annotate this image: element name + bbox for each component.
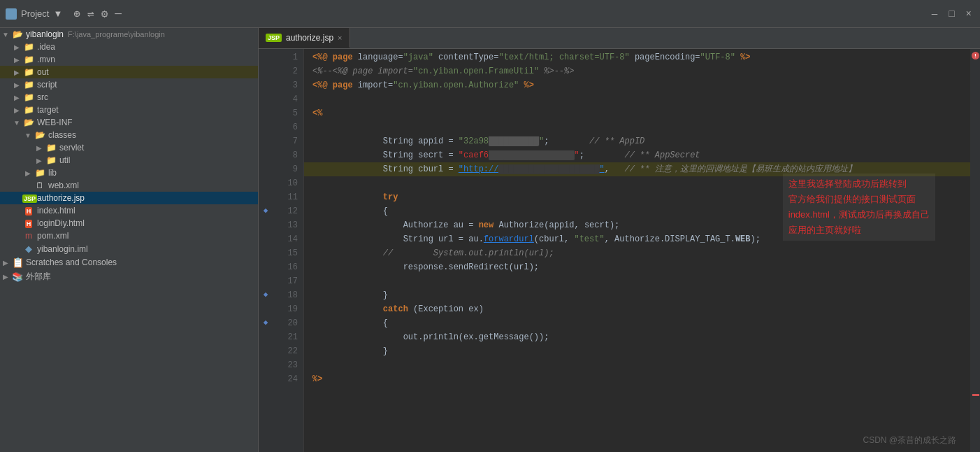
gutter-empty [259,133,273,147]
folder-icon: 📁 [22,42,35,52]
code-line-1: <%@ page language="java" contentType="te… [304,50,970,64]
gutter-empty [259,273,273,287]
line-numbers: 1 2 3 4 5 6 7 8 9 10 11 12 13 14 15 16 1… [273,49,304,452]
external-libs-label: 外部库 [26,271,51,283]
gutter-empty [259,49,273,63]
title-bar: Project ▼ ⊕ ⇌ ⚙ — — □ × [0,0,980,28]
code-line-17 [304,274,970,288]
callout-annotation: 这里我选择登陆成功后跳转到 官方给我们提供的接口测试页面 index.html，… [783,174,935,241]
html-file-icon: H [22,206,35,216]
webxml-label: web.xml [48,181,79,190]
sidebar-item-lib[interactable]: ▶ 📁 lib [0,167,258,179]
main-area: ▼ 📂 yibanlogin F:\java_programe\yibanlog… [0,28,980,452]
iml-label: yibanlogin.iml [37,244,88,254]
code-line-6 [304,120,970,134]
gutter-empty [259,217,273,231]
iml-file-icon: ◆ [22,243,35,254]
target-label: target [37,105,59,115]
src-label: src [37,92,48,102]
sidebar-item-webinf[interactable]: ▼ 📂 WEB-INF [0,116,258,129]
code-line-3: <%@ page import="cn.yiban.open.Authorize… [304,78,970,92]
webinf-label: WEB-INF [37,118,73,127]
ln-22: 22 [273,344,298,358]
sidebar-item-pomxml[interactable]: ▶ m pom.xml [0,229,258,242]
gutter-empty [259,119,273,133]
gutter-empty [259,245,273,259]
ln-6: 6 [273,120,298,134]
scratches-label: Scratches and Consoles [26,257,117,267]
ln-14: 14 [273,232,298,246]
minimize-panel-icon[interactable]: — [115,8,122,20]
folder-icon-src: 📁 [22,92,35,102]
code-line-23 [304,358,970,372]
maximize-button[interactable]: □ [946,8,957,20]
ln-17: 17 [273,274,298,288]
sidebar-item-script[interactable]: ▶ 📁 script [0,78,258,91]
ln-11: 11 [273,190,298,204]
sidebar-item-classes[interactable]: ▼ 📂 classes [0,129,258,141]
ln-2: 2 [273,64,298,78]
callout-line-3: index.html，测试成功后再换成自己 [788,207,930,223]
folder-icon-out: 📁 [22,67,35,77]
tab-close-button[interactable]: × [338,34,342,42]
ln-4: 4 [273,92,298,106]
idea-label: .idea [37,42,55,52]
title-bar-icons: ⊕ ⇌ ⚙ — [73,7,122,21]
ln-21: 21 [273,330,298,344]
ln-8: 8 [273,148,298,162]
gutter-empty [259,147,273,161]
ln-12: 12 [273,204,298,218]
sidebar-item-servlet[interactable]: ▶ 📁 servlet [0,141,258,154]
sidebar-item-mvn[interactable]: ▶ 📁 .mvn [0,53,258,66]
project-dropdown-arrow[interactable]: ▼ [53,8,62,19]
sidebar-item-authorize-jsp[interactable]: ▶ JSP authorize.jsp [0,192,258,204]
xml-file-icon: 🗒 [34,181,46,190]
callout-line-2: 官方给我们提供的接口测试页面 [788,192,930,207]
code-line-7: String appid = "32a98██████████"; // ** … [304,134,970,148]
code-line-21: out.println(ex.getMessage()); [304,330,970,344]
gutter-empty [259,91,273,105]
gutter-empty [259,231,273,245]
code-line-22: } [304,344,970,358]
gutter-empty [259,301,273,315]
ln-13: 13 [273,218,298,232]
right-gutter: ! [970,49,980,452]
folder-open-icon: 📂 [11,29,24,39]
sidebar-item-logindiy-html[interactable]: ▶ H loginDiy.html [0,217,258,229]
sidebar-item-external-libs[interactable]: ▶ 📚 外部库 [0,269,258,284]
sidebar-item-webxml[interactable]: ▶ 🗒 web.xml [0,179,258,192]
code-editor[interactable]: <%@ page language="java" contentType="te… [304,49,970,452]
settings-icon[interactable]: ⚙ [101,7,108,21]
sync-icon[interactable]: ⊕ [73,7,80,21]
sidebar-item-idea[interactable]: ▶ 📁 .idea [0,41,258,53]
scratches-icon: 📋 [11,257,24,268]
pomxml-label: pom.xml [37,231,69,241]
minimize-button[interactable]: — [929,8,940,20]
gutter-line-marker [972,394,979,396]
collapse-icon[interactable]: ⇌ [87,7,94,21]
root-label: yibanlogin [26,29,64,39]
project-sidebar: ▼ 📂 yibanlogin F:\java_programe\yibanlog… [0,28,259,452]
html-file-icon-2: H [22,218,35,228]
editor-content: ◆ ◆ ◆ 1 2 3 4 5 6 7 8 9 10 [259,49,980,452]
folder-open-icon-classes: 📂 [34,130,46,140]
sidebar-item-scratches[interactable]: ▶ 📋 Scratches and Consoles [0,255,258,269]
tab-authorize-jsp[interactable]: JSP authorize.jsp × [259,28,350,48]
util-label: util [59,155,70,165]
ln-20: 20 [273,316,298,330]
ln-5: 5 [273,106,298,120]
sidebar-item-src[interactable]: ▶ 📁 src [0,91,258,104]
classes-label: classes [48,130,76,140]
sidebar-item-root[interactable]: ▼ 📂 yibanlogin F:\java_programe\yibanlog… [0,28,258,41]
sidebar-item-out[interactable]: ▶ 📁 out [0,66,258,78]
sidebar-item-index-html[interactable]: ▶ H index.html [0,204,258,217]
sidebar-item-util[interactable]: ▶ 📁 util [0,154,258,167]
sidebar-item-target[interactable]: ▶ 📁 target [0,104,258,116]
sidebar-item-iml[interactable]: ▶ ◆ yibanlogin.iml [0,242,258,255]
script-label: script [37,80,57,90]
folder-icon-util: 📁 [45,155,57,165]
close-button[interactable]: × [963,8,974,20]
code-line-18: } [304,288,970,302]
gutter-error-marker: ! [972,52,979,59]
project-label[interactable]: Project [21,8,49,19]
